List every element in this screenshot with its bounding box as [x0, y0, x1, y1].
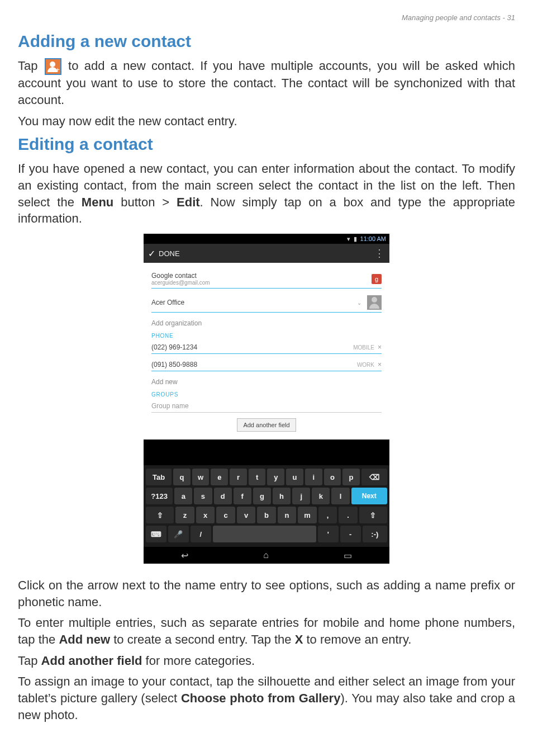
- paragraph-edit-contact: If you have opened a new contact, you ca…: [18, 160, 515, 227]
- key-v[interactable]: v: [237, 507, 256, 523]
- name-field[interactable]: Acer Office ⌄: [151, 292, 382, 313]
- edit-label: Edit: [177, 195, 200, 209]
- paragraph-multiple-entries: To enter multiple entries, such as separ…: [18, 615, 515, 648]
- phone1-type[interactable]: MOBILE: [353, 344, 374, 351]
- check-icon: ✓: [148, 248, 155, 259]
- menu-label: Menu: [82, 195, 113, 209]
- paragraph-add-another-field: Tap Add another field for more categorie…: [18, 653, 515, 669]
- done-button[interactable]: ✓ DONE: [148, 248, 180, 259]
- system-nav-bar: ↩ ⌂ ▭: [144, 547, 389, 564]
- overflow-menu-icon[interactable]: ⋮: [374, 247, 385, 259]
- key-mic[interactable]: 🎤: [168, 526, 189, 542]
- spacer: [144, 440, 389, 465]
- paragraph-edit-now: You may now edit the new contact entry.: [18, 113, 515, 130]
- account-email: acerguides@gmail.com: [151, 280, 367, 286]
- key-backspace[interactable]: ⌫: [361, 469, 387, 485]
- key-dash[interactable]: -: [340, 526, 361, 542]
- google-badge-icon: g: [372, 274, 382, 284]
- paragraph-assign-image: To assign an image to your contact, tap …: [18, 673, 515, 723]
- done-label: DONE: [159, 249, 180, 258]
- key-space[interactable]: [213, 526, 316, 542]
- nav-home-icon[interactable]: ⌂: [263, 550, 269, 560]
- key-k[interactable]: k: [312, 488, 330, 504]
- tablet-screenshot: ▾ ▮ 11:00 AM ✓ DONE ⋮ Google contact ace…: [144, 234, 389, 564]
- key-j[interactable]: j: [292, 488, 310, 504]
- group-name-placeholder: Group name: [151, 402, 382, 410]
- group-name-field[interactable]: Group name: [151, 399, 382, 413]
- key-o[interactable]: o: [324, 469, 341, 485]
- key-y[interactable]: y: [267, 469, 284, 485]
- account-row: Google contact acerguides@gmail.com g: [151, 268, 382, 289]
- choose-photo-label: Choose photo from Gallery: [181, 691, 340, 705]
- nav-back-icon[interactable]: ↩: [181, 550, 188, 561]
- key-comma[interactable]: ,: [318, 507, 337, 523]
- key-g[interactable]: g: [253, 488, 271, 504]
- key-p[interactable]: p: [342, 469, 360, 485]
- key-t[interactable]: t: [249, 469, 266, 485]
- add-new-phone[interactable]: Add new: [151, 375, 382, 388]
- key-shift-left[interactable]: ⇧: [146, 507, 174, 523]
- text: to create a second entry. Tap the: [110, 632, 295, 646]
- key-r[interactable]: r: [230, 469, 247, 485]
- text: Tap: [18, 59, 44, 73]
- add-contact-icon: +: [45, 58, 61, 75]
- key-x[interactable]: x: [196, 507, 215, 523]
- key-u[interactable]: u: [286, 469, 303, 485]
- key-w[interactable]: w: [192, 469, 210, 485]
- key-tab[interactable]: Tab: [146, 469, 172, 485]
- account-type: Google contact: [151, 272, 197, 280]
- edit-form: Google contact acerguides@gmail.com g Ac…: [144, 263, 389, 440]
- phone2-type[interactable]: WORK: [357, 362, 374, 368]
- key-s[interactable]: s: [194, 488, 212, 504]
- key-n[interactable]: n: [278, 507, 297, 523]
- section-title-adding: Adding a new contact: [18, 32, 515, 51]
- add-another-field-label: Add another field: [41, 654, 142, 668]
- key-h[interactable]: h: [273, 488, 291, 504]
- text: for more categories.: [142, 654, 255, 668]
- key-symbols[interactable]: ?123: [146, 488, 173, 504]
- key-m[interactable]: m: [298, 507, 317, 523]
- key-e[interactable]: e: [211, 469, 228, 485]
- key-l[interactable]: l: [331, 488, 349, 504]
- key-smile[interactable]: :-): [363, 526, 387, 542]
- wifi-icon: ▾: [347, 235, 350, 243]
- key-c[interactable]: c: [216, 507, 235, 523]
- section-title-editing: Editing a contact: [18, 135, 515, 154]
- phone-section-label: PHONE: [151, 333, 382, 339]
- remove-phone2-icon[interactable]: ×: [378, 361, 382, 368]
- phone-field-2[interactable]: (091) 850-9888 WORK ×: [151, 357, 382, 371]
- key-d[interactable]: d: [214, 488, 232, 504]
- key-next[interactable]: Next: [351, 488, 387, 504]
- text: to add a new contact. If you have multip…: [18, 59, 515, 107]
- name-value: Acer Office: [151, 299, 353, 306]
- page-header: Managing people and contacts - 31: [18, 13, 515, 22]
- text: Tap: [18, 654, 41, 668]
- text: to remove an entry.: [303, 632, 411, 646]
- nav-recent-icon[interactable]: ▭: [344, 550, 352, 561]
- battery-icon: ▮: [354, 235, 357, 243]
- key-z[interactable]: z: [175, 507, 194, 523]
- x-label: X: [295, 632, 303, 646]
- key-input-switch[interactable]: ⌨: [146, 526, 166, 542]
- key-shift-right[interactable]: ⇧: [359, 507, 387, 523]
- chevron-down-icon[interactable]: ⌄: [357, 300, 361, 306]
- key-i[interactable]: i: [305, 469, 322, 485]
- phone-field-1[interactable]: (022) 969-1234 MOBILE ×: [151, 340, 382, 354]
- key-b[interactable]: b: [257, 507, 276, 523]
- keyboard: Tab q w e r t y u i o p ⌫ ?123 a s d f g…: [144, 465, 389, 547]
- key-apostrophe[interactable]: ': [318, 526, 339, 542]
- add-organization-field[interactable]: Add organization: [151, 316, 382, 329]
- remove-phone1-icon[interactable]: ×: [378, 343, 382, 351]
- contact-photo-silhouette[interactable]: [367, 295, 382, 310]
- key-period[interactable]: .: [339, 507, 358, 523]
- status-bar: ▾ ▮ 11:00 AM: [144, 234, 389, 244]
- key-q[interactable]: q: [173, 469, 191, 485]
- text: button >: [113, 195, 177, 209]
- key-f[interactable]: f: [234, 488, 251, 504]
- phone1-value: (022) 969-1234: [151, 343, 349, 351]
- key-a[interactable]: a: [174, 488, 192, 504]
- paragraph-name-options: Click on the arrow next to the name entr…: [18, 577, 515, 610]
- key-slash[interactable]: /: [191, 526, 211, 542]
- screenshot-container: ▾ ▮ 11:00 AM ✓ DONE ⋮ Google contact ace…: [18, 234, 515, 564]
- add-another-field-button[interactable]: Add another field: [237, 418, 296, 432]
